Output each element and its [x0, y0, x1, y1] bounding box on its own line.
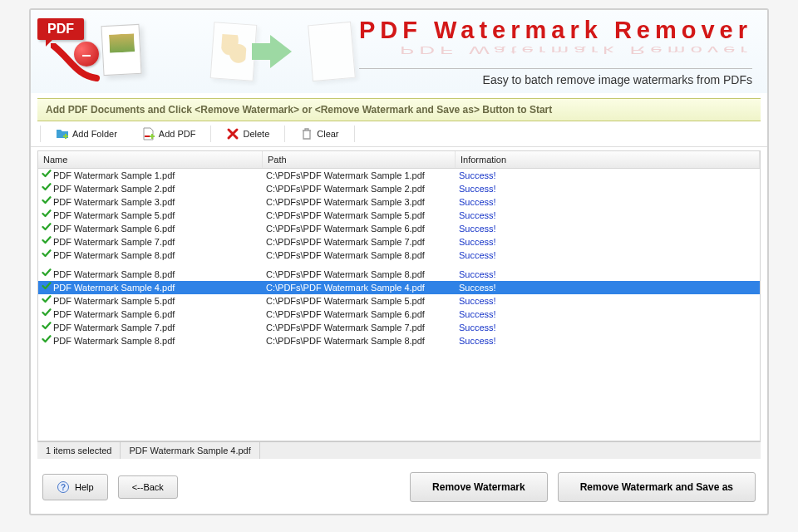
folder-add-icon [56, 127, 69, 140]
delete-x-icon [226, 127, 239, 140]
cell-info: Success! [456, 335, 760, 347]
cell-name: PDF Watermark Sample 4.pdf [53, 282, 175, 294]
table-row[interactable]: PDF Watermark Sample 5.pdfC:\PDFs\PDF Wa… [38, 294, 760, 308]
table-row[interactable]: PDF Watermark Sample 7.pdfC:\PDFs\PDF Wa… [38, 321, 760, 334]
file-list-header: Name Path Information [38, 151, 760, 169]
app-title: PDF Watermark Remover [359, 17, 752, 44]
pdf-badge-icon: PDF [37, 18, 84, 40]
file-list: Name Path Information PDF Watermark Samp… [37, 150, 761, 441]
remove-watermark-save-label: Remove Watermark and Save as [580, 481, 733, 493]
status-current-file: PDF Watermark Sample 4.pdf [121, 442, 259, 459]
cell-path: C:\PDFs\PDF Watermark Sample 7.pdf [263, 236, 456, 249]
table-row[interactable]: PDF Watermark Sample 1.pdfC:\PDFs\PDF Wa… [38, 169, 760, 182]
cell-name: PDF Watermark Sample 7.pdf [53, 322, 175, 334]
table-row[interactable]: PDF Watermark Sample 6.pdfC:\PDFs\PDF Wa… [38, 222, 760, 235]
cell-path: C:\PDFs\PDF Watermark Sample 5.pdf [263, 209, 456, 222]
cell-path: C:\PDFs\PDF Watermark Sample 6.pdf [263, 308, 456, 321]
checkmark-icon [42, 169, 52, 179]
cell-path: C:\PDFs\PDF Watermark Sample 4.pdf [263, 282, 456, 294]
cell-info: Success! [456, 249, 760, 262]
cell-name: PDF Watermark Sample 6.pdf [53, 308, 175, 321]
cell-name: PDF Watermark Sample 8.pdf [53, 335, 175, 347]
remove-watermark-save-button[interactable]: Remove Watermark and Save as [558, 472, 756, 502]
cell-info: Success! [456, 196, 760, 209]
minus-icon: – [74, 42, 99, 66]
cell-info: Success! [456, 223, 760, 235]
checkmark-icon [42, 235, 52, 245]
table-row[interactable]: PDF Watermark Sample 2.pdfC:\PDFs\PDF Wa… [38, 182, 760, 195]
table-row[interactable]: PDF Watermark Sample 7.pdfC:\PDFs\PDF Wa… [38, 235, 760, 249]
help-label: Help [75, 482, 94, 492]
cell-info: Success! [456, 295, 760, 308]
delete-label: Delete [243, 129, 269, 139]
cell-path: C:\PDFs\PDF Watermark Sample 1.pdf [263, 170, 456, 182]
watermark-icon [220, 34, 248, 69]
help-button[interactable]: ? Help [42, 474, 108, 500]
cell-path: C:\PDFs\PDF Watermark Sample 7.pdf [263, 322, 456, 334]
checkmark-icon [42, 321, 52, 331]
app-window: PDF – PDF Watermark Remover PDF Watermar… [29, 8, 769, 515]
checkmark-icon [42, 222, 52, 232]
checkmark-icon [42, 209, 52, 219]
cell-path: C:\PDFs\PDF Watermark Sample 3.pdf [263, 196, 456, 209]
back-button[interactable]: <--Back [118, 475, 178, 499]
app-subtitle: Easy to batch remove image watermarks fr… [359, 68, 752, 86]
cell-info: Success! [456, 170, 760, 182]
cell-info: Success! [456, 183, 760, 195]
cell-info: Success! [456, 268, 760, 281]
checkmark-icon [42, 249, 52, 259]
bottom-button-bar: ? Help <--Back Remove Watermark Remove W… [31, 459, 767, 514]
cell-name: PDF Watermark Sample 8.pdf [53, 268, 175, 281]
col-header-info[interactable]: Information [456, 151, 760, 168]
remove-watermark-label: Remove Watermark [432, 481, 525, 493]
add-folder-button[interactable]: Add Folder [43, 123, 130, 145]
svg-text:?: ? [61, 483, 66, 492]
cell-path: C:\PDFs\PDF Watermark Sample 8.pdf [263, 335, 456, 347]
cell-info: Success! [456, 308, 760, 321]
cell-path: C:\PDFs\PDF Watermark Sample 2.pdf [263, 183, 456, 195]
clear-label: Clear [317, 129, 338, 139]
checkmark-icon [42, 334, 52, 344]
cell-path: C:\PDFs\PDF Watermark Sample 5.pdf [263, 295, 456, 308]
cell-info: Success! [456, 282, 760, 294]
checkmark-icon [42, 195, 52, 205]
add-folder-label: Add Folder [72, 129, 117, 139]
cell-info: Success! [456, 236, 760, 249]
watermarked-doc-icon [210, 22, 258, 81]
cell-name: PDF Watermark Sample 7.pdf [53, 236, 175, 249]
cell-name: PDF Watermark Sample 1.pdf [53, 170, 175, 182]
remove-watermark-button[interactable]: Remove Watermark [410, 472, 548, 502]
banner: PDF – PDF Watermark Remover PDF Watermar… [31, 10, 767, 93]
checkmark-icon [42, 281, 52, 291]
add-pdf-button[interactable]: Add PDF [130, 123, 209, 145]
help-icon: ? [57, 480, 70, 494]
table-row[interactable]: PDF Watermark Sample 5.pdfC:\PDFs\PDF Wa… [38, 209, 760, 222]
cell-info: Success! [456, 209, 760, 222]
table-row[interactable]: PDF Watermark Sample 6.pdfC:\PDFs\PDF Wa… [38, 308, 760, 321]
instruction-bar: Add PDF Documents and Click <Remove Wate… [37, 98, 761, 121]
status-selection-count: 1 items selected [37, 442, 121, 459]
toolbar: Add Folder Add PDF Delete Clear [31, 121, 767, 147]
table-row[interactable]: PDF Watermark Sample 4.pdfC:\PDFs\PDF Wa… [38, 281, 760, 294]
delete-button[interactable]: Delete [214, 123, 282, 145]
clean-doc-icon [308, 22, 356, 81]
cell-name: PDF Watermark Sample 8.pdf [53, 249, 175, 262]
col-header-name[interactable]: Name [38, 151, 263, 168]
table-row[interactable]: PDF Watermark Sample 8.pdfC:\PDFs\PDF Wa… [38, 249, 760, 262]
arrow-right-icon [270, 35, 292, 68]
table-row[interactable]: PDF Watermark Sample 8.pdfC:\PDFs\PDF Wa… [38, 334, 760, 347]
col-header-path[interactable]: Path [263, 151, 456, 168]
status-bar: 1 items selected PDF Watermark Sample 4.… [37, 441, 761, 459]
cell-name: PDF Watermark Sample 5.pdf [53, 209, 175, 222]
cell-path: C:\PDFs\PDF Watermark Sample 8.pdf [263, 249, 456, 262]
pdf-add-icon [142, 127, 155, 140]
table-row[interactable]: PDF Watermark Sample 3.pdfC:\PDFs\PDF Wa… [38, 195, 760, 209]
cell-name: PDF Watermark Sample 5.pdf [53, 295, 175, 308]
cell-name: PDF Watermark Sample 6.pdf [53, 223, 175, 235]
clear-button[interactable]: Clear [288, 123, 351, 145]
add-pdf-label: Add PDF [159, 129, 196, 139]
table-row[interactable]: PDF Watermark Sample 8.pdfC:\PDFs\PDF Wa… [38, 268, 760, 281]
checkmark-icon [42, 294, 52, 304]
back-label: <--Back [132, 482, 164, 492]
clear-trash-icon [300, 127, 313, 140]
